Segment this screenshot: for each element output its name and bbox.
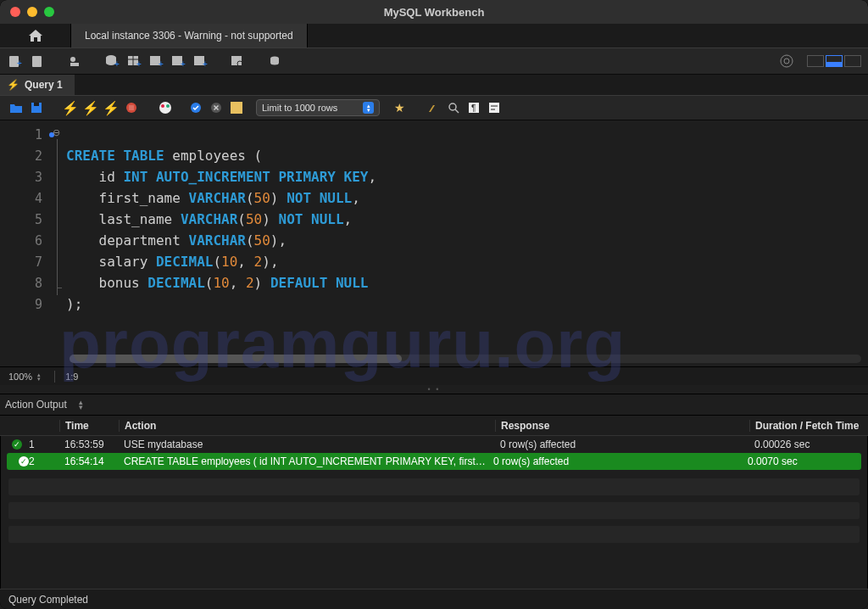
zoom-control[interactable]: 100% ▴▾ (0, 372, 49, 382)
status-bar: Query Completed (0, 589, 868, 609)
fold-column[interactable]: ⊖ (51, 120, 66, 366)
new-sql-tab-button[interactable]: + (7, 53, 24, 70)
limit-rows-label: Limit to 1000 rows (262, 103, 337, 113)
connection-tab[interactable]: Local instance 3306 - Warning - not supp… (71, 24, 308, 47)
svg-text:+: + (159, 59, 164, 69)
limit-rows-select[interactable]: Limit to 1000 rows ▴▾ (256, 99, 380, 116)
main-toolbar: + + + + + + (0, 47, 868, 75)
col-action[interactable]: Action (119, 420, 495, 432)
svg-point-21 (784, 59, 789, 64)
output-empty-area (0, 478, 868, 543)
toggle-sidebar-left[interactable] (807, 55, 824, 67)
output-table-header: Time Action Response Duration / Fetch Ti… (0, 416, 868, 436)
create-procedure-button[interactable]: + (170, 53, 186, 70)
svg-text:+: + (203, 59, 208, 69)
code-area[interactable]: CREATE TABLE employees ( id INT AUTO_INC… (66, 120, 868, 366)
minimize-window-icon[interactable] (27, 7, 37, 17)
svg-rect-17 (231, 56, 242, 65)
home-tab[interactable] (0, 24, 71, 47)
maximize-window-icon[interactable] (44, 7, 54, 17)
svg-text:¶: ¶ (471, 103, 476, 113)
svg-point-26 (159, 102, 171, 114)
svg-line-33 (455, 109, 459, 113)
query-tab[interactable]: ⚡ Query 1 (0, 75, 75, 95)
output-selector[interactable]: Action Output ▴▾ (5, 399, 83, 411)
inspector-button[interactable] (66, 53, 83, 70)
settings-icon[interactable] (778, 53, 795, 70)
panel-splitter[interactable]: • • (0, 385, 868, 394)
explain-icon[interactable]: ⚡ (103, 100, 119, 115)
create-view-button[interactable]: + (147, 53, 164, 70)
find-icon[interactable] (426, 100, 441, 115)
rollback-icon[interactable] (209, 100, 224, 115)
col-duration[interactable]: Duration / Fetch Time (749, 420, 868, 432)
stop-icon[interactable] (124, 100, 139, 115)
svg-rect-36 (489, 103, 499, 113)
execute-current-icon[interactable]: ⚡ (83, 100, 98, 115)
toggle-limit-icon[interactable] (229, 100, 244, 115)
svg-text:+: + (181, 59, 186, 69)
success-icon: ✓ (12, 439, 22, 450)
toggle-sidebar-right[interactable] (844, 55, 861, 67)
search-table-data-button[interactable] (229, 53, 246, 70)
svg-rect-25 (129, 105, 134, 110)
create-table-button[interactable]: + (125, 53, 142, 70)
window-title: MySQL Workbench (0, 6, 868, 19)
col-response[interactable]: Response (495, 420, 749, 432)
svg-text:+: + (114, 59, 120, 69)
output-panel-header: Action Output ▴▾ (0, 394, 868, 416)
svg-rect-2 (32, 56, 42, 67)
svg-point-3 (70, 57, 75, 62)
svg-point-32 (449, 103, 456, 110)
create-schema-button[interactable]: + (103, 53, 120, 70)
sql-editor[interactable]: 1 2 3 4 5 6 7 8 9 ⊖ CREATE TABLE employe… (0, 120, 868, 366)
svg-point-20 (781, 55, 793, 67)
svg-text:+: + (136, 59, 142, 69)
wrap-icon[interactable] (487, 100, 502, 115)
svg-point-27 (161, 104, 164, 108)
output-table: Time Action Response Duration / Fetch Ti… (0, 416, 868, 543)
svg-rect-23 (34, 103, 39, 106)
cursor-position: 1:9 (60, 372, 78, 382)
save-file-icon[interactable] (29, 100, 44, 115)
svg-text:+: + (17, 59, 22, 68)
invisible-chars-icon[interactable]: ¶ (466, 100, 481, 115)
svg-point-28 (166, 104, 170, 108)
commit-icon[interactable] (188, 100, 203, 115)
home-icon (28, 29, 43, 42)
close-window-icon[interactable] (10, 7, 20, 17)
svg-rect-31 (231, 102, 242, 114)
toggle-autocommit-icon[interactable] (158, 100, 173, 115)
output-row[interactable]: ✓ 2 16:54:14 CREATE TABLE employees ( id… (7, 453, 861, 470)
bolt-icon: ⚡ (7, 79, 19, 91)
connection-tab-strip: Local instance 3306 - Warning - not supp… (0, 24, 868, 47)
toggle-output-panel[interactable] (826, 55, 843, 67)
open-file-icon[interactable] (8, 100, 24, 115)
success-icon: ✓ (19, 456, 29, 467)
editor-gutter: 1 2 3 4 5 6 7 8 9 (0, 120, 51, 366)
search-icon[interactable] (446, 100, 461, 115)
output-row[interactable]: ✓ 1 16:53:59 USE mydatabase 0 row(s) aff… (0, 436, 868, 453)
sql-toolbar: ⚡ ⚡ ⚡ Limit to 1000 rows ▴▾ ★ (0, 95, 868, 120)
fold-toggle-icon[interactable]: ⊖ (53, 127, 60, 138)
reconnect-button[interactable] (266, 53, 283, 70)
execute-icon[interactable]: ⚡ (63, 100, 78, 115)
open-sql-file-button[interactable] (29, 53, 46, 70)
connection-tab-label: Local instance 3306 - Warning - not supp… (85, 30, 293, 42)
chevron-updown-icon: ▴▾ (363, 102, 374, 114)
editor-status-bar: 100% ▴▾ 1:9 (0, 366, 868, 385)
svg-rect-4 (70, 63, 79, 66)
query-tab-label: Query 1 (25, 79, 63, 91)
col-time[interactable]: Time (59, 420, 119, 432)
title-bar: MySQL Workbench (0, 0, 868, 24)
status-text: Query Completed (8, 594, 88, 606)
create-function-button[interactable]: + (192, 53, 209, 70)
query-tab-strip: ⚡ Query 1 (0, 75, 868, 95)
beautify-icon[interactable]: ★ (392, 100, 407, 115)
editor-horizontal-scrollbar[interactable] (70, 355, 861, 363)
